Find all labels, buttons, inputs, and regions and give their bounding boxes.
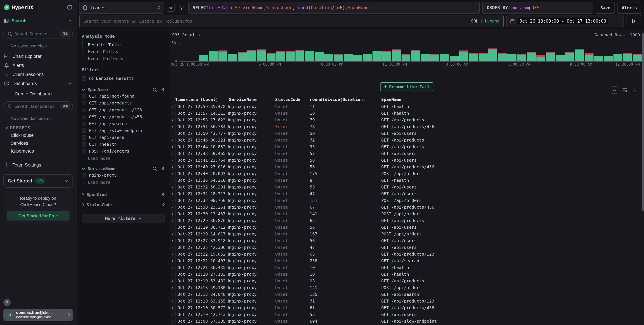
row-expand-chevron[interactable]: › bbox=[170, 151, 175, 156]
table-row[interactable]: ›Oct 27 12:22:19.852 PMnginx-proxyUnset6… bbox=[170, 251, 644, 257]
row-expand-chevron[interactable]: › bbox=[170, 319, 175, 324]
row-expand-chevron[interactable]: › bbox=[170, 191, 175, 196]
table-row[interactable]: ›Oct 27 12:22:10.403 PMnginx-proxyUnset2… bbox=[170, 257, 644, 264]
spanname-load-more[interactable]: › Load more bbox=[82, 155, 165, 161]
table-row[interactable]: ›Oct 27 12:29:30.712 PMnginx-proxyUnset5… bbox=[170, 224, 644, 231]
filter-value-row[interactable]: GET /api/products/456 bbox=[82, 113, 165, 120]
table-row[interactable]: ›Oct 27 12:44:10.832 PMnginx-proxyUnset9… bbox=[170, 143, 644, 150]
vertical-scrollbar[interactable] bbox=[642, 33, 644, 211]
filter-group-name[interactable]: StatusCode bbox=[86, 202, 158, 207]
chevron-right-icon[interactable] bbox=[82, 193, 84, 196]
chart-bar[interactable] bbox=[190, 42, 198, 61]
row-expand-chevron[interactable]: › bbox=[170, 265, 175, 270]
chart-bar[interactable] bbox=[469, 42, 478, 61]
saved-dashboards-input[interactable]: Saved Dashboards ⌘K bbox=[3, 101, 73, 111]
chart-bar[interactable] bbox=[372, 42, 382, 61]
filter-checkbox[interactable] bbox=[82, 122, 86, 126]
analysis-mode-item[interactable]: Results Table bbox=[83, 41, 165, 48]
table-row[interactable]: ›Oct 27 12:46:08.221 PMnginx-proxyUnset7… bbox=[170, 137, 644, 143]
presets-toggle[interactable]: PRESETS bbox=[0, 122, 76, 131]
table-row[interactable]: ›Oct 27 12:08:57.305 PMnginx-proxyUnset6… bbox=[170, 318, 644, 325]
row-expand-chevron[interactable]: › bbox=[170, 104, 175, 109]
date-range-picker[interactable]: Oct 26 13:00:00 - Oct 27 13:00:00 bbox=[506, 15, 624, 27]
pin-icon[interactable] bbox=[160, 87, 165, 92]
chart-bar[interactable] bbox=[209, 42, 218, 61]
chart-bar[interactable] bbox=[276, 42, 285, 61]
chevron-down-icon[interactable] bbox=[82, 88, 85, 91]
sql-toggle[interactable]: SQL bbox=[471, 19, 478, 23]
table-row[interactable]: ›Oct 27 12:29:14.817 PMnginx-proxyUnset1… bbox=[170, 231, 644, 237]
chevron-up-icon[interactable] bbox=[68, 82, 72, 85]
row-expand-chevron[interactable]: › bbox=[170, 171, 175, 176]
row-expand-chevron[interactable]: › bbox=[170, 218, 175, 223]
preset-item-clickhouse[interactable]: ClickHouse bbox=[0, 131, 76, 139]
chart-bar[interactable] bbox=[247, 42, 256, 61]
filter-checkbox[interactable] bbox=[82, 173, 86, 177]
row-expand-chevron[interactable]: › bbox=[170, 258, 175, 263]
chart-bar[interactable] bbox=[382, 42, 391, 61]
chart-bar[interactable] bbox=[594, 42, 603, 61]
filter-checkbox[interactable] bbox=[82, 142, 86, 147]
filter-checkbox[interactable] bbox=[82, 135, 86, 140]
get-started-card[interactable]: Get Started 3/3 bbox=[3, 174, 73, 188]
table-row[interactable]: ›Oct 27 12:10:50.572 PMnginx-proxyUnset6… bbox=[170, 304, 644, 311]
saved-searches-input[interactable]: Saved Searches ⌘K bbox=[3, 29, 73, 39]
chart-bar[interactable] bbox=[565, 42, 574, 61]
nav-item-chart-explorer[interactable]: Chart Explorer bbox=[0, 52, 76, 61]
table-row[interactable]: ›Oct 27 12:25:42.306 PMnginx-proxyUnset4… bbox=[170, 244, 644, 251]
row-expand-chevron[interactable]: › bbox=[170, 299, 175, 304]
denoise-results-row[interactable]: Denoise Results bbox=[82, 75, 165, 82]
user-menu[interactable]: D dominic.tran@clic... dominic.tran@clic… bbox=[3, 309, 73, 321]
row-expand-chevron[interactable]: › bbox=[170, 205, 175, 210]
resume-live-tail-button[interactable]: Resume Live Tail bbox=[380, 82, 434, 91]
column-header[interactable]: Timestamp (Local) bbox=[175, 97, 229, 102]
chart-bar[interactable] bbox=[180, 42, 189, 61]
filter-checkbox[interactable] bbox=[82, 108, 86, 112]
filter-value-row[interactable]: GET /api/slow-endpoint bbox=[82, 127, 165, 134]
table-row[interactable]: ›Oct 27 12:32:18.313 PMnginx-proxyUnset4… bbox=[170, 190, 644, 197]
pin-icon[interactable] bbox=[160, 203, 165, 207]
column-header[interactable]: SpanName bbox=[381, 97, 644, 102]
table-row[interactable]: ›Oct 27 12:40:20.093 PMnginx-proxyUnset1… bbox=[170, 170, 644, 177]
table-row[interactable]: ›Oct 27 12:41:23.754 PMnginx-proxyUnset5… bbox=[170, 157, 644, 164]
chart-bar[interactable] bbox=[267, 42, 276, 61]
table-row[interactable]: ›Oct 27 12:53:17.623 PMnginx-proxyUnset7… bbox=[170, 117, 644, 123]
chart-bar[interactable] bbox=[344, 42, 352, 61]
table-row[interactable]: ›Oct 27 12:57:14.313 PMnginx-proxyUnset1… bbox=[170, 110, 644, 117]
table-row[interactable]: ›Oct 27 12:30:13.437 PMnginx-proxyUnset1… bbox=[170, 210, 644, 217]
chart-bars[interactable] bbox=[180, 42, 642, 61]
create-dashboard-button[interactable]: + Create Dashboard bbox=[0, 88, 76, 98]
row-expand-chevron[interactable]: › bbox=[170, 285, 175, 290]
more-filters-button[interactable]: More filters bbox=[82, 214, 165, 223]
analysis-mode-item[interactable]: Event Deltas bbox=[83, 48, 165, 55]
table-row[interactable]: ›Oct 27 12:32:58.201 PMnginx-proxyUnset5… bbox=[170, 184, 644, 190]
preset-item-kubernetes[interactable]: Kubernetes bbox=[0, 147, 76, 155]
table-row[interactable]: ›Oct 27 12:30:23.261 PMnginx-proxyUnset6… bbox=[170, 204, 644, 210]
row-expand-chevron[interactable]: › bbox=[170, 238, 175, 243]
table-row[interactable]: ›Oct 27 12:51:36.784 PMnginx-proxyError7… bbox=[170, 123, 644, 130]
table-row[interactable]: ›Oct 27 12:29:36.876 PMnginx-proxyUnset6… bbox=[170, 217, 644, 224]
filter-value-row[interactable]: GET /api/not-found bbox=[82, 93, 165, 100]
chart-bar[interactable] bbox=[450, 42, 458, 61]
filter-group-name[interactable]: SpanKind bbox=[86, 192, 158, 197]
chart-bar[interactable] bbox=[623, 42, 632, 61]
order-by-editor[interactable]: ORDER BY Timestamp DESC bbox=[482, 2, 593, 14]
source-select[interactable]: Traces bbox=[79, 2, 164, 14]
chevron-right-icon[interactable] bbox=[82, 203, 84, 207]
denoise-checkbox[interactable] bbox=[82, 76, 86, 81]
table-row[interactable]: ›Oct 27 12:19:53.482 PMnginx-proxyUnset9… bbox=[170, 278, 644, 284]
chart-bar[interactable] bbox=[257, 42, 266, 61]
preset-item-services[interactable]: Services bbox=[0, 139, 76, 147]
query-settings-gear-icon[interactable] bbox=[178, 4, 186, 12]
lucene-toggle[interactable]: Lucene bbox=[485, 19, 499, 23]
filter-value-row[interactable]: GET /api/users bbox=[82, 134, 165, 141]
chart-bar[interactable] bbox=[575, 42, 584, 61]
row-expand-chevron[interactable]: › bbox=[170, 245, 175, 250]
chevron-down-icon[interactable] bbox=[82, 168, 85, 170]
chart-bar[interactable] bbox=[498, 42, 507, 61]
row-side-panel-icon[interactable]: <> bbox=[611, 86, 618, 94]
analysis-mode-item[interactable]: Event Patterns bbox=[83, 55, 165, 62]
download-icon[interactable] bbox=[632, 86, 636, 94]
row-expand-chevron[interactable]: › bbox=[170, 278, 175, 284]
nav-item-dashboards[interactable]: Dashboards bbox=[0, 79, 76, 88]
